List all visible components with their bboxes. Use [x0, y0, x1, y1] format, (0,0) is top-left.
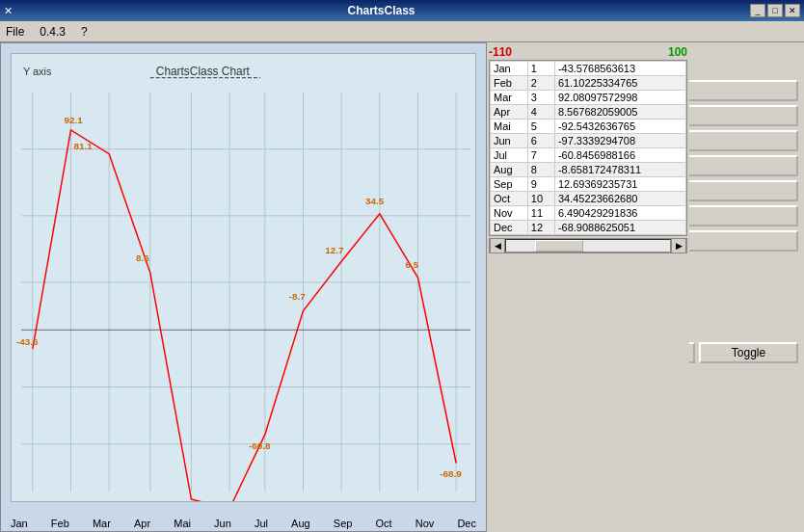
x-label-dec: Dec: [457, 518, 476, 529]
cell-value: 12.69369235731: [554, 177, 685, 192]
cell-month: Feb: [491, 76, 528, 91]
main-content: -43.6 92.1 81.1 8.6 -92.5 -97.3 -60.8 -8…: [0, 42, 804, 532]
svg-text:81.1: 81.1: [73, 141, 93, 151]
cell-num: 1: [527, 62, 554, 76]
table-row: Mai5-92.5432636765: [491, 120, 686, 134]
menu-file[interactable]: File: [6, 25, 24, 39]
svg-text:6.5: 6.5: [406, 259, 419, 270]
minimize-button[interactable]: _: [750, 4, 765, 17]
table-row: Aug8-8.658172478311: [491, 163, 686, 177]
cell-value: 61.10225334765: [554, 76, 685, 91]
cell-num: 2: [527, 76, 554, 91]
chart-svg: -43.6 92.1 81.1 8.6 -92.5 -97.3 -60.8 -8…: [12, 54, 475, 501]
svg-text:34.5: 34.5: [365, 196, 385, 206]
svg-text:8.6: 8.6: [136, 253, 149, 263]
window-title: ChartsClass: [13, 4, 750, 17]
app-icon: ✕: [4, 5, 13, 17]
cell-value: 6.490429291836: [554, 206, 685, 221]
cell-month: Jun: [491, 134, 528, 148]
cell-num: 7: [527, 148, 554, 163]
cell-value: 34.45223662680: [554, 192, 685, 206]
cell-value: -8.658172478311: [554, 163, 685, 177]
table-row: Jun6-97.3339294708: [491, 134, 686, 148]
menu-bar: File 0.4.3 ?: [0, 21, 804, 42]
table-row: Sep912.69369235731: [491, 177, 686, 192]
range-negative: -110: [489, 45, 512, 59]
svg-text:Y axis: Y axis: [23, 66, 52, 77]
x-label-sep: Sep: [334, 518, 353, 529]
cell-value: -92.5432636765: [554, 120, 685, 134]
x-label-jul: Jul: [255, 518, 268, 529]
table-row: Oct1034.45223662680: [491, 192, 686, 206]
svg-text:-60.8: -60.8: [249, 440, 271, 451]
cell-num: 4: [527, 105, 554, 120]
cell-month: Jul: [491, 148, 528, 163]
svg-text:-68.9: -68.9: [440, 468, 462, 479]
data-table: Jan1-43.5768563613Feb261.10225334765Mar3…: [490, 61, 686, 235]
table-row: Jul7-60.8456988166: [491, 148, 686, 163]
cell-num: 5: [527, 120, 554, 134]
chart-inner: -43.6 92.1 81.1 8.6 -92.5 -97.3 -60.8 -8…: [11, 53, 476, 502]
x-label-jan: Jan: [11, 518, 28, 529]
title-bar: ✕ ChartsClass _ □ ✕: [0, 0, 804, 21]
cell-value: -97.3339294708: [554, 134, 685, 148]
x-label-oct: Oct: [375, 518, 391, 529]
x-label-mar: Mar: [93, 518, 111, 529]
data-panel: -110 100 Jan1-43.5768563613Feb261.102253…: [487, 42, 689, 532]
cell-num: 8: [527, 163, 554, 177]
cell-value: 8.567682059005: [554, 105, 685, 120]
table-row: Feb261.10225334765: [491, 76, 686, 91]
scroll-track[interactable]: [505, 239, 671, 253]
svg-text:-8.7: -8.7: [289, 291, 307, 302]
x-label-apr: Apr: [134, 518, 150, 529]
svg-text:12.7: 12.7: [325, 245, 344, 255]
cell-num: 10: [527, 192, 554, 206]
cell-month: Sep: [491, 177, 528, 192]
cell-month: Mai: [491, 120, 528, 134]
x-label-feb: Feb: [51, 518, 69, 529]
menu-version[interactable]: 0.4.3: [40, 25, 66, 39]
range-positive: 100: [668, 45, 687, 59]
table-row: Jan1-43.5768563613: [491, 62, 686, 76]
scroll-right-button[interactable]: ▶: [671, 238, 686, 253]
svg-text:-43.6: -43.6: [16, 336, 39, 347]
table-row: Mar392.08097572998: [491, 91, 686, 105]
chart-panel: -43.6 92.1 81.1 8.6 -92.5 -97.3 -60.8 -8…: [0, 42, 487, 532]
cell-month: Jan: [491, 62, 528, 76]
x-label-jun: Jun: [214, 518, 231, 529]
cell-month: Mar: [491, 91, 528, 105]
maximize-button[interactable]: □: [767, 4, 783, 17]
menu-help[interactable]: ?: [81, 25, 88, 39]
close-button[interactable]: ✕: [785, 4, 800, 17]
cell-num: 9: [527, 177, 554, 192]
cell-num: 3: [527, 91, 554, 105]
range-row: -110 100: [489, 45, 687, 59]
cell-value: -60.8456988166: [554, 148, 685, 163]
scroll-left-button[interactable]: ◀: [490, 238, 505, 253]
cell-month: Aug: [491, 163, 528, 177]
x-label-mai: Mai: [174, 518, 191, 529]
toggle-button[interactable]: Toggle: [699, 342, 798, 363]
table-row: Dec12-68.9088625051: [491, 221, 686, 235]
x-axis-labels: Jan Feb Mar Apr Mai Jun Jul Aug Sep Oct …: [11, 518, 476, 529]
svg-text:92.1: 92.1: [65, 115, 84, 125]
cell-num: 12: [527, 221, 554, 235]
cell-value: -43.5768563613: [554, 62, 685, 76]
cell-value: -68.9088625051: [554, 221, 685, 235]
x-label-aug: Aug: [291, 518, 310, 529]
bottom-scrollbar[interactable]: ◀ ▶: [489, 238, 687, 253]
table-row: Nov116.490429291836: [491, 206, 686, 221]
scroll-handle[interactable]: [535, 240, 583, 252]
cell-month: Nov: [491, 206, 528, 221]
svg-text:ChartsClass Chart: ChartsClass Chart: [156, 65, 251, 78]
table-row: Apr48.567682059005: [491, 105, 686, 120]
cell-num: 6: [527, 134, 554, 148]
cell-month: Dec: [491, 221, 528, 235]
cell-month: Oct: [491, 192, 528, 206]
cell-value: 92.08097572998: [554, 91, 685, 105]
cell-num: 11: [527, 206, 554, 221]
x-label-nov: Nov: [415, 518, 435, 529]
data-table-wrapper[interactable]: Jan1-43.5768563613Feb261.10225334765Mar3…: [489, 60, 687, 236]
cell-month: Apr: [491, 105, 528, 120]
